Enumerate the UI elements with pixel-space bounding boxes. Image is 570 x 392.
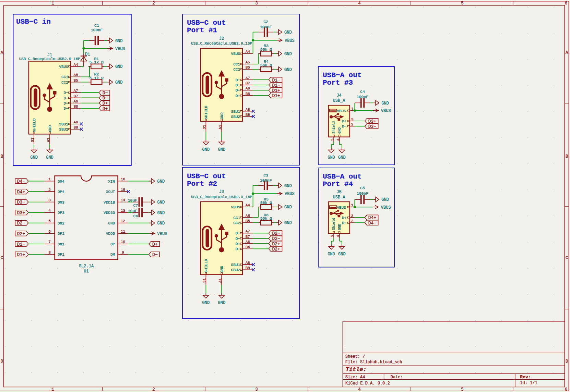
svg-text:5: 5: [330, 138, 334, 141]
svg-text:A5: A5: [246, 60, 250, 64]
svg-text:C: C: [1, 256, 3, 260]
svg-text:A7: A7: [246, 76, 250, 80]
svg-text:USB−A out: USB−A out: [323, 173, 361, 181]
svg-text:A8: A8: [73, 120, 78, 124]
svg-text:D+: D+: [236, 242, 240, 246]
svg-text:2: 2: [351, 122, 354, 126]
svg-text:D3+: D3+: [17, 210, 25, 216]
svg-text:SL2.1A: SL2.1A: [79, 264, 94, 269]
svg-text:5.1k Ω: 5.1k Ω: [90, 76, 104, 80]
svg-text:CC1: CC1: [233, 216, 240, 220]
svg-text:D−: D−: [236, 237, 240, 241]
svg-text:Port #1: Port #1: [187, 26, 217, 34]
svg-text:D4+: D4+: [17, 189, 25, 195]
svg-text:6: 6: [48, 230, 51, 234]
svg-text:13: 13: [121, 209, 125, 213]
svg-text:12: 12: [121, 219, 125, 223]
svg-text:D2+: D2+: [17, 231, 25, 236]
svg-text:D4+: D4+: [368, 215, 377, 220]
svg-text:10uF: 10uF: [128, 198, 138, 203]
svg-text:D−: D−: [63, 91, 68, 95]
svg-text:100nF: 100nF: [91, 28, 103, 32]
svg-text:3: 3: [255, 387, 258, 392]
svg-text:USB−C out: USB−C out: [187, 172, 226, 180]
svg-text:DP2: DP2: [58, 232, 64, 236]
svg-text:100nF: 100nF: [260, 178, 272, 183]
svg-text:D+: D+: [103, 101, 108, 106]
svg-text:D2−: D2−: [272, 231, 281, 236]
svg-text:VBUS: VBUS: [59, 65, 68, 69]
svg-text:B5: B5: [246, 219, 250, 223]
svg-text:GND: GND: [284, 30, 292, 35]
svg-text:9: 9: [122, 250, 124, 255]
svg-text:B7: B7: [246, 81, 250, 85]
svg-text:D−: D−: [152, 252, 158, 257]
svg-text:56k Ω: 56k Ω: [260, 216, 272, 221]
svg-text:Sheet: /: Sheet: /: [345, 354, 365, 359]
svg-text:SHIELD: SHIELD: [204, 106, 208, 119]
svg-text:VBUS: VBUS: [231, 52, 240, 56]
svg-text:S1: S1: [202, 125, 206, 130]
svg-text:D−: D−: [103, 90, 108, 96]
svg-text:3: 3: [351, 117, 354, 121]
svg-text:USB_C_Receptacle_USB2.0_16P: USB_C_Receptacle_USB2.0_16P: [19, 57, 81, 61]
svg-text:4: 4: [358, 1, 361, 6]
svg-text:C: C: [566, 256, 568, 260]
svg-text:GND: GND: [220, 112, 224, 119]
svg-text:3: 3: [351, 214, 354, 218]
svg-text:D+: D+: [236, 94, 240, 98]
svg-text:File: Sliphub.kicad_sch: File: Sliphub.kicad_sch: [345, 360, 402, 365]
svg-text:SBU1: SBU1: [231, 263, 240, 267]
svg-text:B5: B5: [73, 78, 78, 83]
svg-text:4: 4: [358, 387, 361, 392]
svg-text:Id: 1/1: Id: 1/1: [520, 381, 537, 385]
svg-text:VBUS: VBUS: [285, 38, 295, 43]
svg-text:2: 2: [152, 387, 155, 392]
svg-text:C6: C6: [133, 214, 138, 218]
svg-text:DM1: DM1: [58, 242, 64, 246]
svg-text:USB_C_Receptacle_USB2.0_16P: USB_C_Receptacle_USB2.0_16P: [191, 195, 252, 199]
svg-text:56k Ω: 56k Ω: [260, 63, 272, 68]
svg-text:2: 2: [152, 1, 155, 6]
svg-text:1: 1: [51, 387, 54, 392]
svg-text:GND: GND: [157, 179, 165, 184]
svg-text:B8: B8: [246, 266, 250, 270]
svg-text:CC1: CC1: [233, 62, 240, 66]
svg-text:Size: A4: Size: A4: [345, 375, 365, 380]
svg-text:GND: GND: [157, 221, 165, 226]
svg-text:B6: B6: [246, 92, 250, 96]
svg-text:1: 1: [351, 107, 354, 111]
svg-text:B8: B8: [73, 125, 78, 130]
svg-text:1: 1: [48, 177, 51, 181]
svg-text:A7: A7: [246, 229, 250, 233]
svg-text:DP: DP: [110, 242, 115, 246]
svg-text:D1−: D1−: [272, 78, 281, 83]
svg-text:D3+: D3+: [368, 119, 377, 124]
svg-text:D: D: [566, 359, 568, 364]
svg-text:DP3: DP3: [58, 211, 64, 215]
svg-text:GND: GND: [284, 52, 292, 57]
svg-text:VBUS: VBUS: [381, 205, 391, 210]
svg-text:VBUS: VBUS: [381, 109, 391, 113]
svg-text:56k Ω: 56k Ω: [260, 47, 272, 52]
svg-text:D1: D1: [85, 52, 90, 57]
svg-text:J3: J3: [219, 189, 224, 194]
svg-text:100nF: 100nF: [260, 25, 272, 29]
svg-text:VDD5: VDD5: [106, 232, 115, 236]
svg-text:SHIELD: SHIELD: [32, 118, 36, 132]
svg-text:GND: GND: [284, 68, 292, 72]
svg-text:56k Ω: 56k Ω: [260, 200, 272, 205]
svg-text:J5: J5: [336, 190, 341, 195]
svg-text:C3: C3: [263, 173, 268, 177]
svg-text:D2+: D2+: [272, 247, 281, 252]
svg-text:D−: D−: [236, 78, 240, 82]
svg-text:Rev:: Rev:: [520, 375, 531, 380]
svg-text:Shield: Shield: [332, 121, 336, 134]
svg-text:VBUS: VBUS: [285, 192, 295, 196]
svg-text:GND: GND: [381, 197, 389, 202]
svg-text:6: 6: [565, 1, 568, 6]
svg-text:5: 5: [330, 235, 334, 237]
svg-text:C2: C2: [263, 20, 268, 24]
svg-text:GND: GND: [157, 200, 165, 205]
svg-text:VBUS: VBUS: [115, 47, 125, 51]
